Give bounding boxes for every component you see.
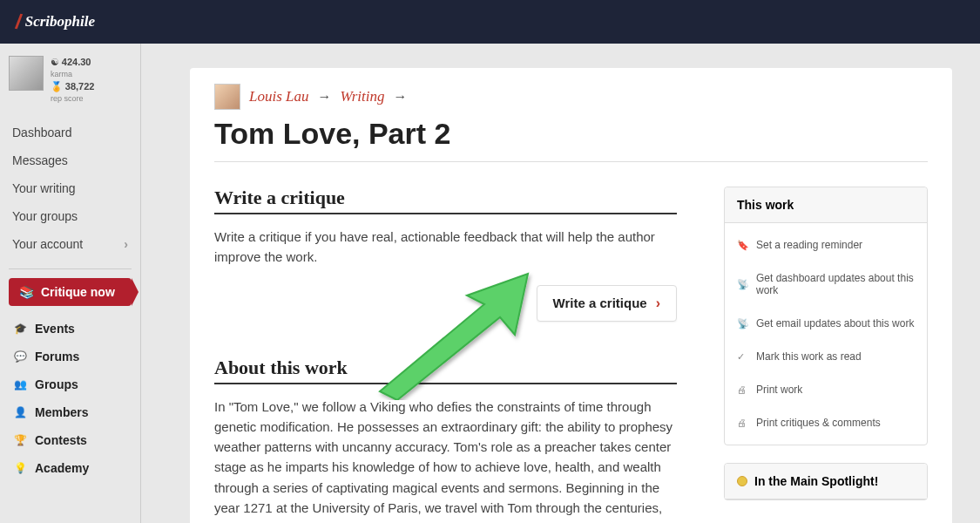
app-header: / Scribophile (0, 0, 980, 44)
breadcrumb: Louis Lau → Writing → (214, 84, 928, 110)
primary-nav: Dashboard Messages Your writing Your gro… (9, 119, 132, 258)
rss-icon: 📡 (737, 318, 747, 329)
sidebar: ☯ 424.30karma 🏅 38,722rep score Dashboar… (0, 44, 141, 523)
panel-dashboard-updates[interactable]: 📡Get dashboard updates about this work (725, 262, 927, 307)
spotlight-heading: In the Main Spotlight! (725, 464, 927, 499)
left-column: Write a critique Write a critique if you… (214, 187, 677, 523)
rep-value: 38,722 (65, 81, 95, 92)
logo[interactable]: / Scribophile (16, 10, 95, 34)
critique-now-button[interactable]: 📚 Critique now (9, 278, 132, 306)
panel-print-work[interactable]: 🖨Print work (725, 373, 927, 406)
chevron-right-icon: › (656, 295, 660, 311)
karma-label: karma (51, 70, 72, 78)
user-stats: ☯ 424.30karma 🏅 38,722rep score (51, 56, 94, 105)
right-column: This work 🔖Set a reading reminder 📡Get d… (724, 187, 928, 523)
logo-slash-icon: / (14, 10, 24, 35)
nav-messages[interactable]: Messages (9, 146, 132, 174)
about-heading: About this work (214, 357, 677, 384)
work-card: Louis Lau → Writing → Tom Love, Part 2 W… (190, 68, 952, 523)
panel-email-updates[interactable]: 📡Get email updates about this work (725, 307, 927, 340)
panel-set-reminder[interactable]: 🔖Set a reading reminder (725, 228, 927, 262)
breadcrumb-author[interactable]: Louis Lau (249, 88, 309, 105)
nav-members[interactable]: 👤Members (9, 398, 132, 426)
spotlight-panel: In the Main Spotlight! (724, 463, 928, 500)
nav-your-account[interactable]: Your account› (9, 230, 132, 258)
critique-now-label: Critique now (41, 285, 115, 299)
print-icon: 🖨 (737, 418, 747, 428)
nav-dashboard[interactable]: Dashboard (9, 119, 132, 146)
groups-icon: 👥 (14, 378, 26, 391)
write-critique-heading: Write a critique (214, 187, 677, 214)
nav-your-writing[interactable]: Your writing (9, 174, 132, 202)
arrow-icon: → (394, 89, 408, 105)
main-content: Louis Lau → Writing → Tom Love, Part 2 W… (141, 44, 980, 523)
user-avatar[interactable] (9, 56, 44, 91)
panel-print-critiques[interactable]: 🖨Print critiques & comments (725, 406, 927, 439)
nav-divider (9, 268, 132, 269)
books-icon: 📚 (19, 285, 34, 299)
nav-groups[interactable]: 👥Groups (9, 370, 132, 398)
page-title: Tom Love, Part 2 (214, 117, 928, 151)
forums-icon: 💬 (14, 350, 26, 363)
spotlight-label: In the Main Spotlight! (754, 474, 878, 488)
karma-value: 424.30 (62, 57, 91, 67)
secondary-nav: 🎓Events 💬Forums 👥Groups 👤Members 🏆Contes… (9, 315, 132, 482)
chevron-right-icon: › (124, 237, 128, 251)
nav-your-groups[interactable]: Your groups (9, 202, 132, 230)
rss-icon: 📡 (737, 279, 747, 290)
write-critique-button-label: Write a critique (553, 295, 647, 310)
members-icon: 👤 (14, 406, 26, 418)
nav-forums[interactable]: 💬Forums (9, 343, 132, 370)
academy-icon: 💡 (14, 462, 26, 474)
title-divider (214, 161, 928, 162)
rep-label: rep score (51, 94, 84, 103)
events-icon: 🎓 (14, 323, 26, 335)
this-work-heading: This work (725, 187, 927, 223)
breadcrumb-section[interactable]: Writing (341, 88, 385, 105)
profile-block: ☯ 424.30karma 🏅 38,722rep score (9, 56, 132, 105)
panel-mark-read[interactable]: ✓Mark this work as read (725, 340, 927, 373)
about-text: In "Tom Love," we follow a Viking who de… (214, 397, 677, 524)
nav-academy[interactable]: 💡Academy (9, 454, 132, 482)
write-critique-button[interactable]: Write a critique › (537, 285, 677, 322)
nav-contests[interactable]: 🏆Contests (9, 426, 132, 454)
contests-icon: 🏆 (14, 434, 26, 446)
author-avatar[interactable] (214, 84, 240, 110)
write-critique-text: Write a critique if you have real, actio… (214, 227, 677, 268)
spotlight-dot-icon (737, 476, 747, 486)
nav-events[interactable]: 🎓Events (9, 315, 132, 343)
logo-text: Scribophile (25, 13, 95, 31)
check-icon: ✓ (737, 351, 747, 363)
bookmark-icon: 🔖 (737, 240, 747, 251)
print-icon: 🖨 (737, 384, 747, 395)
this-work-panel: This work 🔖Set a reading reminder 📡Get d… (724, 187, 928, 445)
arrow-icon: → (318, 89, 332, 105)
